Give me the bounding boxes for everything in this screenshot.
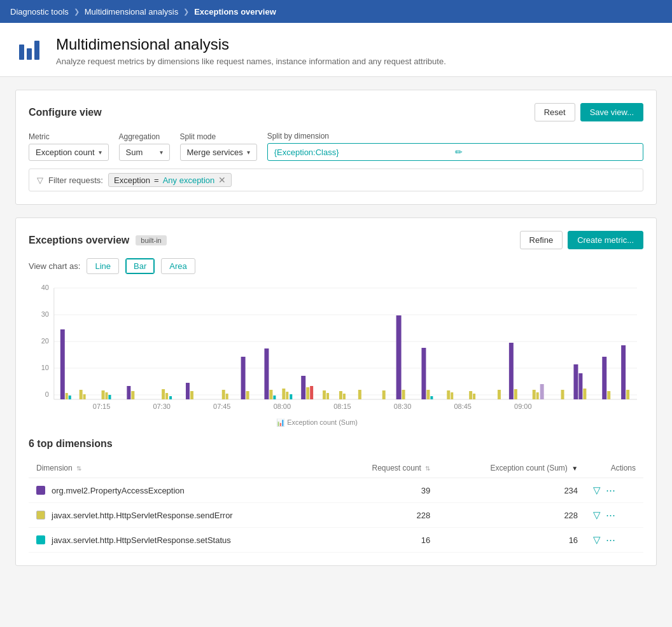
split-mode-dropdown[interactable]: Merge services ▾ (180, 144, 257, 161)
configure-view-card: Configure view Reset Save view... Metric… (15, 90, 657, 205)
col-dimension[interactable]: Dimension ⇅ (29, 458, 332, 478)
svg-rect-67 (583, 389, 586, 399)
split-by-input[interactable]: {Exception:Class} ✏ (267, 143, 643, 161)
dim-cell-1: org.mvel2.PropertyAccessException (29, 478, 332, 503)
metric-chevron-icon: ▾ (99, 149, 102, 156)
col-exception-count[interactable]: Exception count (Sum) ▼ (438, 458, 585, 478)
svg-rect-26 (165, 393, 168, 399)
svg-rect-34 (264, 348, 269, 399)
exception-count-3: 16 (438, 528, 585, 553)
svg-rect-18 (80, 390, 83, 399)
refine-button[interactable]: Refine (520, 231, 563, 249)
svg-rect-46 (343, 394, 346, 399)
svg-rect-45 (339, 391, 342, 399)
svg-rect-49 (396, 315, 402, 399)
chart-type-area[interactable]: Area (161, 258, 195, 274)
reset-button[interactable]: Reset (535, 103, 575, 121)
page-header-text: Multidimensional analysis Analyze reques… (56, 36, 446, 66)
svg-rect-31 (226, 394, 228, 399)
svg-text:10: 10 (41, 364, 49, 371)
svg-rect-39 (290, 394, 292, 399)
svg-rect-48 (382, 390, 386, 399)
breadcrumb-item-diagnostic[interactable]: Diagnostic tools (10, 7, 85, 17)
table-row: javax.servlet.http.HttpServletResponse.s… (29, 503, 643, 528)
svg-rect-32 (241, 357, 246, 399)
create-metric-button[interactable]: Create metric... (568, 231, 643, 249)
svg-rect-59 (509, 343, 514, 399)
dim-color-3 (36, 535, 45, 544)
chart-type-bar[interactable]: Bar (125, 258, 155, 274)
more-action-1[interactable]: ⋯ (606, 485, 615, 496)
actions-1: ▽ ⋯ (585, 478, 643, 503)
svg-rect-61 (533, 390, 536, 399)
chart-area: 40 30 20 10 0 (29, 282, 643, 434)
built-in-badge: built-in (136, 235, 166, 245)
exceptions-overview-card: Exceptions overview built-in Refine Crea… (15, 217, 657, 566)
filter-label: Filter requests: (48, 176, 103, 185)
table-row: javax.servlet.http.HttpServletResponse.s… (29, 528, 643, 553)
svg-text:08:45: 08:45 (454, 403, 471, 410)
svg-rect-60 (514, 389, 517, 399)
svg-rect-20 (102, 390, 105, 399)
svg-text:07:30: 07:30 (153, 403, 170, 410)
split-by-value: {Exception:Class} (274, 148, 456, 157)
svg-rect-64 (561, 390, 564, 399)
save-view-button[interactable]: Save view... (580, 103, 643, 121)
svg-rect-38 (286, 392, 288, 399)
svg-rect-33 (246, 391, 249, 399)
filter-remove-icon[interactable]: ✕ (218, 175, 226, 185)
filter-action-2[interactable]: ▽ (593, 509, 601, 521)
svg-rect-69 (607, 391, 610, 399)
col-request-count[interactable]: Request count ⇅ (332, 458, 438, 478)
svg-rect-36 (273, 396, 276, 399)
svg-rect-42 (310, 386, 313, 399)
dim-name-3: javax.servlet.http.HttpServletResponse.s… (52, 535, 231, 545)
edit-icon[interactable]: ✏ (455, 147, 636, 157)
filter-tag: Exception = Any exception ✕ (108, 173, 232, 187)
svg-rect-56 (469, 391, 472, 399)
svg-rect-55 (451, 392, 453, 399)
metric-dropdown[interactable]: Exception count ▾ (29, 144, 109, 161)
aggregation-dropdown[interactable]: Sum ▾ (119, 144, 170, 161)
table-row: org.mvel2.PropertyAccessException 39 234… (29, 478, 643, 503)
svg-rect-35 (269, 390, 272, 399)
svg-text:30: 30 (41, 310, 49, 318)
split-mode-label: Split mode (180, 132, 257, 141)
svg-rect-52 (426, 390, 430, 399)
configure-header: Configure view Reset Save view... (29, 103, 643, 121)
sort-icon-dimension: ⇅ (76, 465, 81, 472)
dimensions-table: Dimension ⇅ Request count ⇅ Exception co… (29, 458, 643, 553)
page-icon (15, 36, 46, 66)
svg-rect-23 (127, 386, 130, 399)
more-action-2[interactable]: ⋯ (606, 509, 615, 521)
chart-type-row: View chart as: Line Bar Area (29, 258, 643, 274)
svg-rect-65 (573, 364, 578, 399)
svg-text:📊 Exception count (Sum): 📊 Exception count (Sum) (276, 418, 358, 427)
split-mode-group: Split mode Merge services ▾ (180, 132, 257, 161)
svg-rect-71 (626, 390, 629, 399)
chart-type-line[interactable]: Line (87, 258, 119, 274)
svg-rect-70 (621, 345, 626, 399)
breadcrumb-item-multidimensional[interactable]: Multidimensional analysis (85, 7, 194, 17)
svg-text:20: 20 (41, 337, 49, 345)
sort-icon-exception: ▼ (571, 465, 578, 472)
svg-rect-47 (358, 390, 361, 399)
svg-rect-51 (421, 348, 426, 399)
svg-text:07:45: 07:45 (213, 403, 230, 410)
svg-rect-54 (447, 390, 450, 399)
main-content: Configure view Reset Save view... Metric… (0, 77, 672, 579)
split-mode-value: Merge services (187, 148, 243, 157)
breadcrumb-item-exceptions[interactable]: Exceptions overview (194, 7, 276, 17)
svg-rect-63 (540, 384, 544, 399)
dim-color-2 (36, 511, 45, 520)
top-dimensions-section: 6 top dimensions Dimension ⇅ Request cou… (29, 438, 643, 553)
dim-cell-2: javax.servlet.http.HttpServletResponse.s… (29, 503, 332, 528)
aggregation-label: Aggregation (119, 132, 170, 141)
svg-rect-30 (222, 390, 225, 399)
split-by-label: Split by dimension (267, 132, 643, 141)
filter-action-1[interactable]: ▽ (593, 485, 601, 496)
filter-action-3[interactable]: ▽ (593, 534, 601, 546)
sort-icon-request: ⇅ (425, 465, 430, 472)
more-action-3[interactable]: ⋯ (606, 534, 615, 546)
svg-rect-41 (306, 387, 309, 399)
